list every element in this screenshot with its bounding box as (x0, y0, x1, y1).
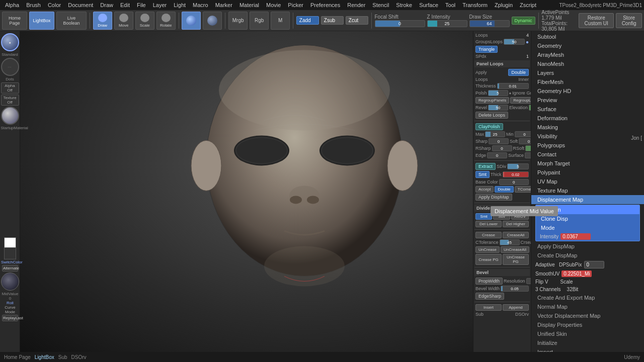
bottom-sub[interactable]: Sub (58, 354, 67, 360)
triangle-button[interactable]: Triangle (475, 46, 498, 53)
dynamic-button[interactable]: Dynamic (512, 17, 535, 25)
bottom-home-page[interactable]: Home Page (4, 354, 31, 360)
thickness-slider[interactable]: 0.01 (497, 83, 529, 89)
replay-last-button[interactable]: ReplayLast (2, 315, 18, 321)
del-lower-button[interactable]: Del Lower (475, 221, 502, 227)
menu-stencil[interactable]: Stencil (369, 1, 392, 9)
create-export-map-fr[interactable]: Create And Export Map (531, 293, 644, 302)
geometry-item[interactable]: Geometry (531, 41, 644, 50)
unified-skin-fr[interactable]: Unified Skin (531, 329, 644, 338)
z-intensity-bar[interactable]: 25 (427, 20, 467, 27)
masking-item[interactable]: Masking (531, 123, 644, 132)
dpsub-pix-input[interactable] (584, 261, 604, 268)
gpolish-slider[interactable]: 50 (504, 39, 525, 45)
sdiv-slider[interactable]: 5 (507, 163, 529, 169)
initialize-fr[interactable]: Initialize (531, 338, 644, 347)
bevel-width-slider[interactable]: 0.05 (501, 286, 529, 292)
intensity-input[interactable] (560, 233, 591, 240)
panel-loops-section[interactable]: Panel Loops (474, 60, 530, 67)
min-slider[interactable]: 0 (515, 131, 531, 137)
insert-button[interactable]: Insert (475, 304, 502, 311)
alpha-off-button[interactable]: Alpha Off (1, 82, 19, 94)
scale-mode-button[interactable]: Scale (135, 12, 154, 30)
extract-button[interactable]: Extract (475, 163, 496, 170)
texture-off-button[interactable]: Texture Off (1, 95, 19, 106)
menu-render[interactable]: Render (344, 1, 368, 9)
zcut-value[interactable]: Zcut (346, 16, 368, 25)
menu-stroke[interactable]: Stroke (393, 1, 415, 9)
apply-disp-map-button[interactable]: Apply DispMap (475, 194, 512, 201)
fibermesh-item[interactable]: FiberMesh (531, 77, 644, 86)
sphere-tool-button[interactable] (182, 12, 201, 30)
double2-button[interactable]: Double (495, 186, 513, 193)
double-button[interactable]: Double (508, 69, 529, 76)
arraymesh-item[interactable]: ArrayMesh (531, 50, 644, 59)
max-slider[interactable]: 25 (485, 131, 505, 137)
soft-slider[interactable]: 0 (519, 138, 531, 144)
surface-slider[interactable]: 0 (525, 152, 531, 158)
gradient-swatch-2[interactable] (4, 247, 16, 259)
nanomesh-item[interactable]: NanoMesh (531, 59, 644, 68)
smt-button[interactable]: Smt (475, 171, 490, 178)
alternate-button[interactable]: Alternate (2, 265, 18, 272)
bottom-dsorv[interactable]: DSOrv (71, 354, 87, 360)
move-mode-button[interactable]: Move (114, 12, 133, 30)
subtool-item[interactable]: Subtool (531, 32, 644, 41)
polypaint-item[interactable]: Polypaint (531, 168, 644, 177)
append-button[interactable]: Append (503, 304, 529, 311)
mrgb-button[interactable]: Mrgb (228, 12, 248, 30)
rsoft-slider[interactable]: 5 (525, 145, 531, 151)
edge-sharp-button[interactable]: EdgeSharp (475, 293, 504, 300)
menu-zscript[interactable]: Zscript (517, 1, 539, 9)
regroup-loops-button[interactable]: RegroupLoops (510, 97, 531, 104)
vector-displacement-map-fr[interactable]: Vector Displacement Map (531, 311, 644, 320)
accept-button[interactable]: Accept (475, 186, 494, 193)
gradient-circle[interactable] (1, 273, 19, 291)
normal-map-fr[interactable]: Normal Map (531, 302, 644, 311)
menu-movie[interactable]: Movie (263, 1, 284, 9)
menu-zplugin[interactable]: Zplugin (492, 1, 516, 9)
surface-item[interactable]: Surface (531, 105, 644, 114)
layers-item[interactable]: Layers (531, 68, 644, 77)
rotate-mode-button[interactable]: Rotate (156, 12, 176, 30)
store-config-button[interactable]: Store Config (616, 13, 642, 28)
crease-pg-button[interactable]: Crease PG (475, 254, 502, 265)
menu-preferences[interactable]: Preferences (307, 1, 343, 9)
startup-material-tool[interactable] (1, 107, 19, 125)
edge-slider[interactable]: 0 (487, 152, 507, 158)
uncrease-all-button[interactable]: UnCreaseAll (501, 246, 529, 253)
live-boolean-button[interactable]: Live Boolean (56, 12, 87, 30)
uncrease-button[interactable]: UnCrease (475, 246, 500, 253)
clay-polish-button[interactable]: ClayPolish (475, 123, 503, 130)
uv-map-item[interactable]: UV Map (531, 177, 644, 186)
clay-tool-button[interactable] (203, 12, 222, 30)
delete-loops-button[interactable]: Delete Loops (475, 112, 508, 119)
menu-edit[interactable]: Edit (117, 1, 133, 9)
revel-slider[interactable]: 50 (488, 105, 508, 111)
focal-shift-bar[interactable]: 0 (375, 20, 425, 27)
home-page-button[interactable]: Home Page (2, 12, 27, 30)
resolution-slider[interactable]: 0 (526, 278, 531, 284)
menu-document[interactable]: Document (65, 1, 96, 9)
menu-macro[interactable]: Macro (190, 1, 211, 9)
zsub-value[interactable]: Zsub (321, 16, 344, 25)
preview-item[interactable]: Preview (531, 96, 644, 105)
roll-button[interactable]: Roll (1, 301, 19, 305)
dots-tool[interactable]: ··· (1, 58, 19, 76)
morph-target-item[interactable]: Morph Target (531, 159, 644, 168)
propwidth-button[interactable]: PropWidth (475, 278, 503, 285)
menu-layer[interactable]: Layer (150, 1, 170, 9)
visibility-item[interactable]: Visibility (531, 132, 644, 141)
menu-alpha[interactable]: Alpha (2, 1, 22, 9)
standard-brush-tool[interactable]: ● (1, 33, 19, 51)
polygroups-item[interactable]: Polygroups (531, 141, 644, 150)
mode-item[interactable]: Mode (536, 223, 639, 232)
apply-disp-map-fr[interactable]: Apply DispMap (531, 242, 644, 251)
menu-file[interactable]: File (134, 1, 149, 9)
smt2-button[interactable]: Smt (475, 213, 492, 220)
create-disp-map-fr[interactable]: Create DispMap (531, 251, 644, 260)
menu-material[interactable]: Material (236, 1, 262, 9)
base-color-slider[interactable]: 0 (499, 179, 529, 185)
lightbox-button[interactable]: LightBox (29, 12, 54, 30)
restore-custom-ui-button[interactable]: Restore Custom UI (579, 13, 614, 28)
